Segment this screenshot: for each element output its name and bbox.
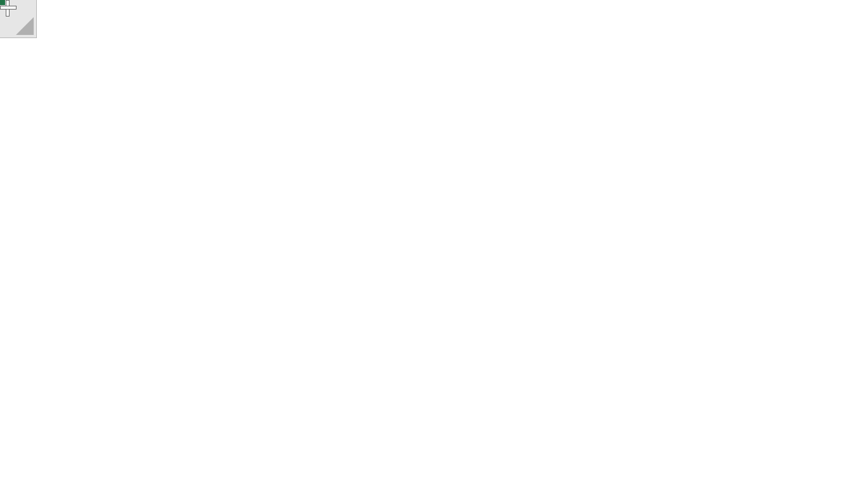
subscribe-badge[interactable]	[820, 464, 857, 477]
select-all-corner[interactable]	[0, 0, 37, 38]
spreadsheet	[0, 0, 868, 488]
